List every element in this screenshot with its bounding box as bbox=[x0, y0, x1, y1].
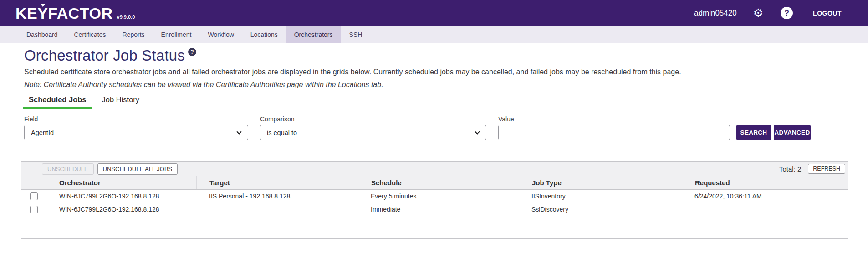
column-header-schedule[interactable]: Schedule bbox=[358, 176, 519, 189]
nav-item-ssh[interactable]: SSH bbox=[341, 26, 371, 43]
field-label: Field bbox=[24, 115, 38, 123]
nav-item-reports[interactable]: Reports bbox=[114, 26, 153, 43]
nav-item-orchestrators[interactable]: Orchestrators bbox=[286, 26, 341, 43]
cell-orchestrator: WIN-6JC799L2G6O-192.168.8.128 bbox=[46, 203, 196, 216]
table-row: WIN-6JC799L2G6O-192.168.8.128 Immediate … bbox=[21, 203, 848, 216]
page-description: Scheduled certificate store orchestrator… bbox=[24, 68, 681, 76]
value-label: Value bbox=[498, 115, 514, 123]
refresh-button[interactable]: REFRESH bbox=[808, 164, 845, 174]
nav-item-workflow[interactable]: Workflow bbox=[199, 26, 242, 43]
nav-item-locations[interactable]: Locations bbox=[242, 26, 286, 43]
version-label: v9.9.0.0 bbox=[117, 14, 135, 20]
column-header-orchestrator[interactable]: Orchestrator bbox=[46, 176, 196, 189]
advanced-button[interactable]: ADVANCED bbox=[774, 125, 811, 140]
logout-button[interactable]: LOGOUT bbox=[813, 10, 842, 17]
header-checkbox-cell bbox=[21, 176, 46, 189]
chevron-down-icon bbox=[236, 129, 241, 134]
page-title-text: Orchestrator Job Status bbox=[24, 47, 185, 64]
value-input[interactable] bbox=[498, 125, 730, 140]
nav-item-certificates[interactable]: Certificates bbox=[66, 26, 114, 43]
table-row: WIN-6JC799L2G6O-192.168.8.128 IIS Person… bbox=[21, 190, 848, 203]
cell-schedule: Immediate bbox=[358, 203, 519, 216]
tab-job-history[interactable]: Job History bbox=[97, 95, 145, 109]
cell-orchestrator: WIN-6JC799L2G6O-192.168.8.128 bbox=[46, 190, 196, 203]
grid-header-row: Orchestrator Target Schedule Job Type Re… bbox=[21, 176, 848, 190]
main-nav: Dashboard Certificates Reports Enrollmen… bbox=[0, 26, 868, 43]
cell-job-type: SslDiscovery bbox=[519, 203, 682, 216]
app-window: KEYFACTOR v9.9.0.0 admin05420 ⚙ ? LOGOUT… bbox=[0, 0, 868, 260]
row-checkbox-cell bbox=[21, 203, 46, 216]
logged-in-username: admin05420 bbox=[694, 9, 737, 18]
comparison-label: Comparison bbox=[260, 115, 294, 123]
page-title-help-icon[interactable]: ? bbox=[188, 48, 196, 56]
help-icon[interactable]: ? bbox=[781, 7, 793, 19]
column-header-requested[interactable]: Requested bbox=[682, 176, 848, 189]
cell-schedule: Every 5 minutes bbox=[358, 190, 519, 203]
row-checkbox-cell bbox=[21, 190, 46, 203]
logo-pre: KE bbox=[15, 5, 37, 21]
nav-item-enrollment[interactable]: Enrollment bbox=[153, 26, 200, 43]
column-header-job-type[interactable]: Job Type bbox=[519, 176, 682, 189]
settings-gear-icon[interactable]: ⚙ bbox=[753, 7, 763, 19]
top-header: KEYFACTOR v9.9.0.0 admin05420 ⚙ ? LOGOUT bbox=[0, 0, 868, 26]
page-note: Note: Certificate Authority schedules ca… bbox=[24, 81, 383, 89]
row-checkbox[interactable] bbox=[30, 192, 38, 200]
grid-toolbar-right: Total: 2 REFRESH bbox=[779, 164, 845, 174]
keyfactor-logo-text: KEYFACTOR bbox=[15, 5, 113, 21]
job-tabs: Scheduled Jobs Job History bbox=[23, 95, 145, 109]
cell-requested bbox=[682, 203, 848, 216]
unschedule-all-jobs-button[interactable]: UNSCHEDULE ALL JOBS bbox=[97, 163, 178, 175]
keyfactor-logo[interactable]: KEYFACTOR v9.9.0.0 bbox=[15, 5, 135, 21]
chevron-down-icon bbox=[475, 129, 480, 134]
row-checkbox[interactable] bbox=[30, 206, 38, 213]
cell-job-type: IISInventory bbox=[519, 190, 682, 203]
page-title: Orchestrator Job Status? bbox=[24, 47, 196, 64]
cell-requested: 6/24/2022, 10:36:11 AM bbox=[682, 190, 848, 203]
comparison-select[interactable]: is equal to bbox=[260, 125, 486, 140]
field-select-value: AgentId bbox=[31, 129, 54, 136]
comparison-select-value: is equal to bbox=[267, 129, 297, 136]
search-button[interactable]: SEARCH bbox=[736, 125, 771, 140]
logo-post: FACTOR bbox=[48, 5, 112, 21]
field-select[interactable]: AgentId bbox=[24, 125, 248, 140]
column-header-target[interactable]: Target bbox=[196, 176, 358, 189]
nav-item-dashboard[interactable]: Dashboard bbox=[18, 26, 66, 43]
total-count: Total: 2 bbox=[779, 165, 801, 173]
header-right-cluster: admin05420 ⚙ ? LOGOUT bbox=[694, 7, 868, 19]
unschedule-button[interactable]: UNSCHEDULE bbox=[42, 163, 94, 175]
grid-toolbar: UNSCHEDULE UNSCHEDULE ALL JOBS Total: 2 … bbox=[21, 162, 848, 176]
tab-scheduled-jobs[interactable]: Scheduled Jobs bbox=[23, 95, 92, 109]
cell-target bbox=[196, 203, 358, 216]
scheduled-jobs-grid: UNSCHEDULE UNSCHEDULE ALL JOBS Total: 2 … bbox=[21, 161, 848, 239]
cell-target: IIS Personal - 192.168.8.128 bbox=[196, 190, 358, 203]
logo-y-caron: Y bbox=[37, 5, 48, 21]
